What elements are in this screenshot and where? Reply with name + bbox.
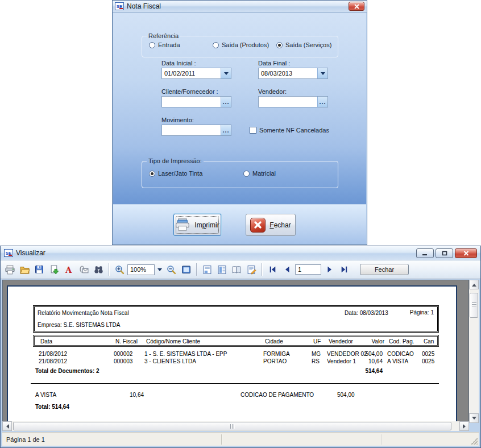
whole-page-icon	[181, 265, 191, 275]
referencia-legend: Referência	[147, 32, 180, 39]
first-page-button[interactable]	[266, 263, 279, 276]
somente-nf-checkbox-box[interactable]	[250, 127, 256, 134]
find-button[interactable]	[92, 263, 105, 276]
data-final-combo[interactable]: 08/03/2013	[258, 68, 328, 79]
cliente-value[interactable]	[162, 97, 221, 107]
mail-attach-icon	[79, 265, 89, 275]
toolbar-fechar-button[interactable]: Fechar	[360, 264, 409, 275]
visualizar-title: Visualizar	[16, 249, 45, 257]
report-divider	[31, 383, 439, 384]
last-page-button[interactable]	[337, 263, 351, 276]
scroll-left-icon[interactable]	[2, 421, 12, 431]
data-inicial-dropdown-icon[interactable]	[221, 68, 231, 78]
zoom-out-icon	[167, 265, 176, 275]
dialog-body: Referência Entrada Saída (Produtos) Saíd…	[113, 13, 366, 204]
thumbnails-view-button[interactable]	[215, 263, 229, 276]
preview-toolbar: A 100%	[1, 260, 480, 279]
movimento-lookup-button[interactable]: ...	[221, 125, 231, 135]
zoom-dropdown-icon[interactable]	[156, 264, 163, 275]
horizontal-scroll-track[interactable]	[12, 421, 459, 431]
data-inicial-combo[interactable]: 01/02/2011	[161, 68, 231, 79]
data-inicial-label: Data Inicial :	[161, 60, 196, 67]
svg-text:A: A	[65, 266, 72, 275]
export-page-icon	[49, 265, 59, 275]
open-folder-icon	[20, 265, 30, 275]
thumbnails-icon	[217, 265, 227, 275]
radio-saida-produtos[interactable]: Saída (Produtos)	[213, 42, 276, 48]
imprimir-button[interactable]: Imprimir	[173, 214, 221, 236]
radio-laser[interactable]: Laser/Jato Tinta	[149, 170, 243, 177]
pdf-button[interactable]: A	[62, 263, 76, 276]
vertical-scrollbar[interactable]	[469, 280, 479, 423]
visualizar-titlebar[interactable]: SE Visualizar	[1, 246, 480, 260]
previous-page-button[interactable]	[280, 263, 294, 276]
somente-nf-checkbox[interactable]: Somente NF Canceladas	[250, 127, 329, 134]
vertical-scroll-track[interactable]	[469, 289, 479, 413]
scroll-down-icon[interactable]	[469, 413, 479, 423]
edit-page-button[interactable]	[244, 263, 258, 276]
email-button[interactable]	[77, 263, 90, 276]
report-column-headers: Data N. Fiscal Código/Nome Cliente Cidad…	[33, 335, 439, 347]
data-final-label: Data Final :	[258, 60, 290, 67]
maximize-icon[interactable]	[436, 248, 453, 258]
minimize-icon[interactable]	[416, 248, 434, 258]
vertical-scroll-thumb[interactable]	[470, 293, 478, 318]
nota-fiscal-titlebar[interactable]: SE Nota Fiscal	[113, 1, 367, 13]
book-icon	[231, 265, 242, 275]
export-button[interactable]	[47, 263, 61, 276]
radio-saida-servicos-dot[interactable]	[276, 42, 283, 48]
printer-icon	[5, 265, 15, 275]
radio-entrada-dot[interactable]	[149, 42, 155, 48]
preview-area[interactable]: Relatório Movimentação Nota Fiscal Data:…	[2, 280, 469, 423]
zoom-level-display[interactable]: 100%	[127, 264, 155, 275]
cliente-field[interactable]: ...	[161, 96, 231, 107]
page-footer-icon	[202, 265, 212, 275]
horizontal-scroll-thumb[interactable]	[13, 422, 451, 430]
vendedor-lookup-button[interactable]: ...	[317, 97, 327, 107]
pdf-icon: A	[64, 265, 73, 274]
report-title: Relatório Movimentação Nota Fiscal	[38, 310, 129, 316]
data-final-value: 08/03/2013	[259, 68, 317, 78]
page-setup-button[interactable]	[230, 263, 243, 276]
radio-saida-servicos[interactable]: Saída (Serviços)	[276, 42, 331, 48]
data-inicial-value: 01/02/2011	[162, 68, 221, 78]
app-logo-icon: SE	[4, 249, 13, 257]
radio-laser-dot[interactable]	[149, 171, 155, 177]
report-totals-row: Total de Documentos: 2 514,64	[33, 368, 439, 375]
fechar-button[interactable]: Fechar	[246, 214, 296, 236]
radio-matricial-dot[interactable]	[243, 171, 250, 177]
data-final-dropdown-icon[interactable]	[317, 68, 327, 78]
last-page-icon	[340, 266, 349, 273]
movimento-value[interactable]	[162, 125, 221, 135]
fechar-label: Fechar	[269, 221, 291, 229]
zoom-out-button[interactable]	[164, 263, 178, 276]
tipo-impressao-group: Tipo de Impressão: Laser/Jato Tinta Matr…	[142, 157, 338, 188]
print-button[interactable]	[3, 263, 16, 276]
next-page-button[interactable]	[322, 263, 336, 276]
close-icon[interactable]	[349, 2, 364, 11]
first-page-icon	[268, 266, 277, 273]
scroll-right-icon[interactable]	[459, 421, 469, 431]
report-row: 21/08/2012 000002 1 - S. E. SISTEMAS LTD…	[33, 351, 439, 358]
zoom-in-button[interactable]	[113, 263, 126, 276]
radio-matricial[interactable]: Matricial	[243, 170, 276, 177]
movimento-field[interactable]: ...	[161, 125, 231, 136]
radio-entrada[interactable]: Entrada	[149, 42, 213, 48]
visualizar-window: SE Visualizar	[0, 246, 481, 448]
scroll-up-icon[interactable]	[469, 280, 479, 289]
cliente-lookup-button[interactable]: ...	[221, 97, 231, 107]
radio-saida-produtos-dot[interactable]	[213, 42, 219, 48]
resize-grip[interactable]	[471, 438, 478, 445]
zoom-in-icon	[115, 265, 125, 275]
save-button[interactable]	[32, 263, 46, 276]
page-number-input[interactable]	[295, 264, 321, 275]
whole-page-button[interactable]	[179, 263, 193, 276]
open-button[interactable]	[18, 263, 31, 276]
horizontal-scrollbar[interactable]	[2, 421, 469, 431]
vendedor-field[interactable]: ...	[258, 96, 328, 107]
page-footer-view-button[interactable]	[200, 263, 214, 276]
binoculars-icon	[94, 265, 103, 275]
vendedor-value[interactable]	[259, 97, 317, 107]
report-header-box: Relatório Movimentação Nota Fiscal Data:…	[33, 305, 439, 333]
close-icon[interactable]	[455, 248, 477, 258]
